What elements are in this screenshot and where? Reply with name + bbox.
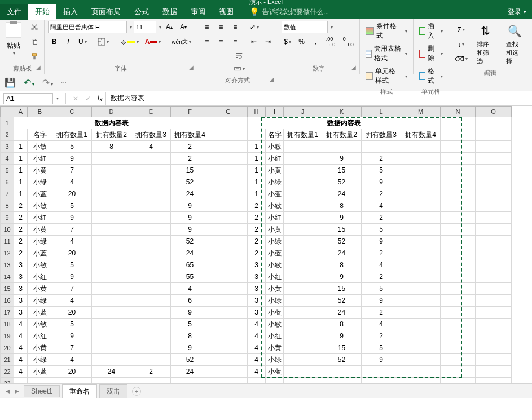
confirm-formula-button[interactable]: ✓ <box>82 95 94 103</box>
decrease-decimal-button[interactable]: .0→.00 <box>339 36 356 48</box>
cell[interactable] <box>441 247 476 259</box>
cell[interactable]: 3 <box>14 295 28 307</box>
cell[interactable]: 1 <box>14 141 28 153</box>
find-select-button[interactable]: 🔍 查找和选择 <box>502 21 529 68</box>
dialog-launcher-icon[interactable]: ◢ <box>36 64 41 70</box>
row-header[interactable]: 2 <box>1 129 14 141</box>
sheet-tab-1[interactable]: Sheet1 <box>24 385 60 397</box>
cell[interactable] <box>476 319 512 330</box>
cell[interactable] <box>209 378 248 384</box>
cell[interactable]: 4 <box>362 319 401 330</box>
cell[interactable]: 数据内容表 <box>248 117 441 129</box>
cell[interactable]: 9 <box>171 212 209 224</box>
cell[interactable]: 5 <box>362 342 401 354</box>
cell[interactable] <box>131 307 171 319</box>
cell[interactable] <box>441 283 476 295</box>
cell[interactable] <box>284 247 322 259</box>
row-header[interactable]: 7 <box>1 188 14 200</box>
cell[interactable] <box>209 271 248 283</box>
cell[interactable] <box>209 259 248 271</box>
cell[interactable] <box>284 378 322 384</box>
cell[interactable] <box>401 176 441 188</box>
login-button[interactable]: 登录 ▾ <box>508 7 526 17</box>
merge-center-button[interactable]: ▾ <box>204 63 274 75</box>
cell[interactable] <box>476 295 512 307</box>
underline-button[interactable]: U▾ <box>76 36 89 48</box>
cell[interactable]: 6 <box>171 295 209 307</box>
cell[interactable] <box>209 295 248 307</box>
cell[interactable] <box>401 354 441 366</box>
cell[interactable]: 4 <box>52 236 92 247</box>
cell[interactable]: 3 <box>248 259 266 271</box>
cell[interactable]: 2 <box>362 212 401 224</box>
cell[interactable] <box>209 165 248 176</box>
col-header[interactable]: H <box>248 107 266 117</box>
undo-button[interactable]: ↶▾ <box>24 77 34 88</box>
cell[interactable] <box>284 295 322 307</box>
cell[interactable]: 小敏 <box>266 259 284 271</box>
cell[interactable] <box>441 212 476 224</box>
cell[interactable] <box>284 342 322 354</box>
cell[interactable]: 24 <box>171 188 209 200</box>
cell[interactable]: 1 <box>248 153 266 165</box>
cell[interactable] <box>92 236 131 247</box>
cell[interactable]: 20 <box>52 188 92 200</box>
bold-button[interactable]: B <box>48 36 60 48</box>
cell[interactable]: 4 <box>14 342 28 354</box>
cell[interactable] <box>476 224 512 236</box>
cell[interactable] <box>131 165 171 176</box>
cell[interactable]: 2 <box>248 224 266 236</box>
cell[interactable]: 9 <box>171 224 209 236</box>
cell[interactable]: 4 <box>248 319 266 330</box>
cell[interactable] <box>92 319 131 330</box>
cell[interactable] <box>92 378 131 384</box>
row-header[interactable]: 9 <box>1 212 14 224</box>
cell[interactable] <box>362 141 401 153</box>
font-name-select[interactable] <box>48 21 127 33</box>
cell[interactable] <box>441 271 476 283</box>
cell[interactable]: 小红 <box>28 330 52 342</box>
cell[interactable] <box>441 117 476 129</box>
cell[interactable] <box>209 176 248 188</box>
cell[interactable]: 4 <box>131 141 171 153</box>
align-bottom-button[interactable]: ≡ <box>229 21 241 33</box>
cell[interactable]: 小蓝 <box>28 247 52 259</box>
cell[interactable]: 5 <box>52 141 92 153</box>
cell[interactable] <box>401 236 441 247</box>
cell[interactable]: 4 <box>14 366 28 378</box>
cell[interactable]: 小黄 <box>266 224 284 236</box>
cell[interactable] <box>476 247 512 259</box>
cell[interactable] <box>248 378 266 384</box>
cell[interactable]: 1 <box>248 141 266 153</box>
cell[interactable]: 55 <box>171 271 209 283</box>
cell[interactable] <box>476 165 512 176</box>
cell[interactable]: 52 <box>171 236 209 247</box>
cell[interactable] <box>284 366 322 378</box>
col-header[interactable]: M <box>401 107 441 117</box>
cell[interactable] <box>284 259 322 271</box>
currency-button[interactable]: $▾ <box>282 36 294 48</box>
cell[interactable]: 小红 <box>28 212 52 224</box>
cell[interactable]: 4 <box>248 366 266 378</box>
cell[interactable]: 拥有数量2 <box>92 129 131 141</box>
cell[interactable] <box>476 129 512 141</box>
row-header[interactable]: 13 <box>1 259 14 271</box>
cell[interactable]: 52 <box>171 176 209 188</box>
cell[interactable]: 2 <box>14 212 28 224</box>
cell[interactable]: 3 <box>248 271 266 283</box>
col-header[interactable]: O <box>476 107 512 117</box>
col-header[interactable]: G <box>209 107 248 117</box>
cell[interactable] <box>476 117 512 129</box>
cell[interactable]: 5 <box>362 283 401 295</box>
cell[interactable] <box>209 224 248 236</box>
cell[interactable]: 小黄 <box>28 342 52 354</box>
cell[interactable]: 小黄 <box>28 283 52 295</box>
row-header[interactable]: 21 <box>1 354 14 366</box>
cell[interactable] <box>131 283 171 295</box>
cell[interactable]: 小蓝 <box>28 307 52 319</box>
cell[interactable]: 9 <box>322 153 362 165</box>
qat-more-button[interactable]: ⋯ <box>61 79 67 86</box>
sheet-tab-2[interactable]: 重命名 <box>62 384 97 398</box>
cell[interactable]: 9 <box>171 307 209 319</box>
cell[interactable] <box>92 354 131 366</box>
